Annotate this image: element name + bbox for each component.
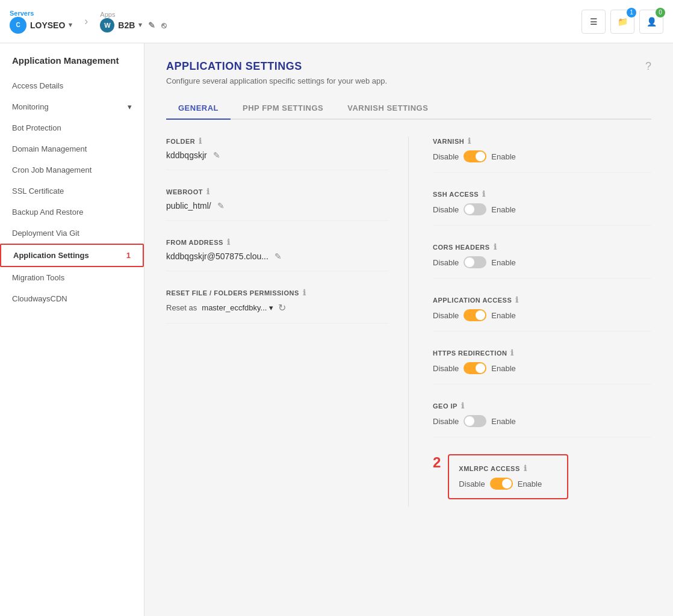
sidebar-item-deployment-git[interactable]: Deployment Via Git xyxy=(0,223,144,244)
reset-select-value: master_eccfdbky... xyxy=(202,303,267,312)
from-address-value-text: kddbqgskjr@507875.clou... xyxy=(166,251,268,261)
sidebar-item-backup-restore[interactable]: Backup And Restore xyxy=(0,202,144,223)
sidebar-item-cron-job[interactable]: Cron Job Management xyxy=(0,159,144,180)
refresh-icon[interactable]: ↻ xyxy=(278,302,286,313)
sidebar-item-label: Application Settings xyxy=(13,251,89,260)
menu-icon-btn[interactable]: ☰ xyxy=(582,10,606,34)
server-dropdown-arrow[interactable]: ▾ xyxy=(69,21,72,29)
tab-varnish[interactable]: VARNISH SETTINGS xyxy=(335,97,440,120)
from-address-info-icon[interactable]: ℹ xyxy=(227,238,231,247)
sidebar-item-label: Monitoring xyxy=(12,102,49,111)
user-icon-btn[interactable]: 👤 0 xyxy=(639,10,663,34)
xmlrpc-toggle-row: Disable Enable xyxy=(459,478,557,490)
reset-permissions-field: RESET FILE / FOLDERS PERMISSIONS ℹ Reset… xyxy=(166,288,389,324)
tab-general[interactable]: GENERAL xyxy=(166,97,231,120)
app-dropdown-arrow[interactable]: ▾ xyxy=(138,21,142,29)
varnish-toggle-label: VARNISH ℹ xyxy=(433,137,651,146)
reset-info-icon[interactable]: ℹ xyxy=(303,288,306,297)
reset-select[interactable]: master_eccfdbky... ▾ xyxy=(202,303,273,312)
ssh-toggle-row: Disable Enable xyxy=(433,203,651,215)
reset-as-label: Reset as xyxy=(166,303,197,312)
sidebar-item-label: CloudwaysCDN xyxy=(12,294,67,303)
settings-grid: FOLDER ℹ kddbqgskjr ✎ WEBROOT ℹ public_h… xyxy=(166,137,651,507)
sidebar-item-domain-management[interactable]: Domain Management xyxy=(0,138,144,159)
menu-icon: ☰ xyxy=(590,17,598,26)
webroot-edit-icon[interactable]: ✎ xyxy=(217,201,225,211)
sidebar-item-label: Cron Job Management xyxy=(12,165,91,174)
folder-label: FOLDER ℹ xyxy=(166,137,389,146)
varnish-toggle-row: Disable Enable xyxy=(433,150,651,162)
webroot-info-icon[interactable]: ℹ xyxy=(206,187,210,196)
varnish-disable-label: Disable xyxy=(433,152,459,161)
ssh-toggle-knob xyxy=(465,205,474,214)
varnish-info-icon[interactable]: ℹ xyxy=(468,137,471,146)
wp-logo: W xyxy=(100,18,114,32)
app-access-info-icon[interactable]: ℹ xyxy=(515,295,519,304)
from-address-edit-icon[interactable]: ✎ xyxy=(274,251,282,261)
sidebar-item-cloudwayscdn[interactable]: CloudwaysCDN xyxy=(0,288,144,309)
sidebar-item-monitoring[interactable]: Monitoring ▾ xyxy=(0,96,144,117)
reset-permissions-label: RESET FILE / FOLDERS PERMISSIONS ℹ xyxy=(166,288,389,297)
webroot-field: WEBROOT ℹ public_html/ ✎ xyxy=(166,187,389,221)
sidebar-item-access-details[interactable]: Access Details xyxy=(0,75,144,96)
chevron-down-icon: ▾ xyxy=(128,102,132,111)
cors-label: CORS Headers ℹ xyxy=(433,242,651,251)
top-nav-left: Servers C LOYSEO ▾ › Apps W B2B ▾ ✎ ⎋ xyxy=(10,10,166,34)
server-name-text: LOYSEO xyxy=(30,20,65,30)
edit-icon[interactable]: ✎ xyxy=(148,20,155,30)
xmlrpc-enable-label: Enable xyxy=(518,479,542,488)
https-redirect-disable-label: Disable xyxy=(433,364,459,373)
ssh-info-icon[interactable]: ℹ xyxy=(482,189,486,199)
varnish-toggle[interactable] xyxy=(464,150,486,162)
varnish-toggle-field: VARNISH ℹ Disable Enable xyxy=(433,137,651,173)
ssh-toggle[interactable] xyxy=(464,203,486,215)
webroot-label: WEBROOT ℹ xyxy=(166,187,389,196)
sidebar-item-label: Migration Tools xyxy=(12,273,64,282)
reset-row: Reset as master_eccfdbky... ▾ ↻ xyxy=(166,302,389,313)
folder-icon: 📁 xyxy=(618,17,628,26)
geo-ip-toggle[interactable] xyxy=(464,415,486,427)
cors-toggle-row: Disable Enable xyxy=(433,256,651,268)
ssh-disable-label: Disable xyxy=(433,205,459,214)
https-redirect-label: HTTPS REDIRECTION ℹ xyxy=(433,348,651,357)
server-label: Servers xyxy=(10,10,72,17)
https-redirect-info-icon[interactable]: ℹ xyxy=(510,348,514,357)
https-redirect-toggle[interactable] xyxy=(464,362,486,374)
settings-left: FOLDER ℹ kddbqgskjr ✎ WEBROOT ℹ public_h… xyxy=(166,137,409,507)
xmlrpc-toggle[interactable] xyxy=(490,478,513,490)
user-icon: 👤 xyxy=(647,17,657,26)
app-name-row: W B2B ▾ ✎ ⎋ xyxy=(100,18,166,32)
folder-icon-btn[interactable]: 📁 1 xyxy=(610,10,634,34)
sidebar-item-bot-protection[interactable]: Bot Protection xyxy=(0,117,144,138)
folder-edit-icon[interactable]: ✎ xyxy=(213,150,220,160)
from-address-label: FROM ADDRESS ℹ xyxy=(166,238,389,247)
external-link-icon[interactable]: ⎋ xyxy=(161,20,166,30)
geo-ip-toggle-knob xyxy=(465,416,474,426)
dropdown-icon: ▾ xyxy=(269,303,273,312)
cors-info-icon[interactable]: ℹ xyxy=(494,242,497,251)
sidebar-item-label: Backup And Restore xyxy=(12,208,84,217)
geo-ip-disable-label: Disable xyxy=(433,417,459,426)
app-access-toggle-knob xyxy=(476,310,485,320)
app-access-toggle[interactable] xyxy=(464,309,486,321)
https-redirect-toggle-field: HTTPS REDIRECTION ℹ Disable Enable xyxy=(433,348,651,384)
page-title: APPLICATION SETTINGS xyxy=(166,60,651,73)
app-access-toggle-row: Disable Enable xyxy=(433,309,651,321)
sidebar-item-migration-tools[interactable]: Migration Tools xyxy=(0,267,144,288)
sidebar-item-label: Bot Protection xyxy=(12,123,61,132)
varnish-enable-label: Enable xyxy=(491,152,515,161)
xmlrpc-info-icon[interactable]: ℹ xyxy=(524,464,527,473)
help-icon[interactable]: ? xyxy=(645,60,651,73)
tabs: GENERAL PHP FPM SETTINGS VARNISH SETTING… xyxy=(166,97,651,120)
from-address-field: FROM ADDRESS ℹ kddbqgskjr@507875.clou...… xyxy=(166,238,389,271)
tab-php-fpm[interactable]: PHP FPM SETTINGS xyxy=(231,97,335,120)
geo-ip-enable-label: Enable xyxy=(491,417,515,426)
app-access-toggle-field: APPLICATION ACCESS ℹ Disable Enable xyxy=(433,295,651,331)
cors-toggle[interactable] xyxy=(464,256,486,268)
sidebar-item-ssl-certificate[interactable]: SSL Certificate xyxy=(0,180,144,202)
sidebar-item-application-settings[interactable]: Application Settings 1 xyxy=(0,244,144,267)
folder-info-icon[interactable]: ℹ xyxy=(199,137,202,146)
geo-ip-info-icon[interactable]: ℹ xyxy=(461,401,465,410)
active-badge: 1 xyxy=(126,251,131,260)
sidebar-item-label: Deployment Via Git xyxy=(12,229,79,238)
